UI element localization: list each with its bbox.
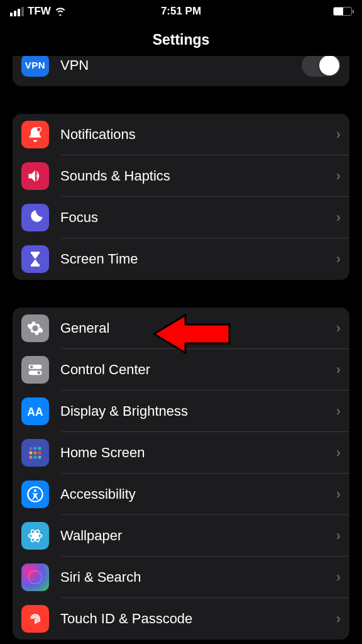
row-label: Control Center	[60, 362, 336, 378]
row-label: Screen Time	[60, 251, 336, 267]
wifi-icon	[55, 7, 66, 16]
row-label: Display & Brightness	[60, 403, 336, 419]
signal-icon	[10, 7, 24, 16]
control-center-icon	[21, 356, 49, 384]
row-accessibility[interactable]: Accessibility ›	[13, 474, 349, 515]
row-control-center[interactable]: Control Center ›	[13, 349, 349, 391]
accessibility-icon	[21, 480, 49, 508]
row-home-screen[interactable]: Home Screen ›	[13, 432, 349, 474]
chevron-right-icon: ›	[336, 126, 341, 143]
svg-point-21	[29, 571, 42, 584]
svg-rect-11	[38, 452, 41, 455]
status-right	[333, 7, 352, 16]
row-sounds[interactable]: Sounds & Haptics ›	[13, 155, 349, 197]
row-screen-time[interactable]: Screen Time ›	[13, 238, 349, 280]
row-wallpaper[interactable]: Wallpaper ›	[13, 515, 349, 557]
row-label: Notifications	[60, 126, 336, 143]
chevron-right-icon: ›	[336, 168, 341, 184]
svg-rect-6	[30, 447, 33, 450]
row-general[interactable]: General ›	[13, 308, 349, 349]
chevron-right-icon: ›	[336, 209, 341, 226]
svg-rect-9	[30, 452, 33, 455]
row-label-vpn: VPN	[60, 57, 302, 74]
clock: 7:51 PM	[161, 5, 201, 18]
svg-point-16	[34, 489, 36, 492]
vpn-icon: VPN	[21, 56, 49, 77]
row-label: Siri & Search	[60, 569, 336, 586]
svg-rect-14	[38, 456, 41, 459]
carrier-label: TFW	[28, 5, 51, 18]
row-label: Sounds & Haptics	[60, 168, 336, 184]
row-focus[interactable]: Focus ›	[13, 197, 349, 238]
svg-rect-10	[34, 452, 37, 455]
row-label: Focus	[60, 209, 336, 226]
row-display[interactable]: AA Display & Brightness ›	[13, 391, 349, 432]
battery-icon	[333, 7, 352, 16]
chevron-right-icon: ›	[336, 611, 341, 627]
settings-group-general: General › Control Center › AA Display & …	[13, 308, 349, 640]
row-label: Accessibility	[60, 486, 336, 502]
display-icon: AA	[21, 397, 49, 425]
sounds-icon	[21, 162, 49, 190]
svg-point-4	[38, 371, 41, 374]
touch-id-icon	[21, 605, 49, 633]
siri-icon	[21, 564, 49, 591]
row-label: General	[60, 320, 336, 336]
chevron-right-icon: ›	[336, 403, 341, 419]
row-vpn[interactable]: VPN VPN	[13, 56, 349, 86]
chevron-right-icon: ›	[336, 569, 341, 586]
chevron-right-icon: ›	[336, 362, 341, 378]
vpn-toggle[interactable]	[302, 56, 341, 77]
svg-rect-8	[38, 447, 41, 450]
screen-time-icon	[21, 245, 49, 273]
status-bar: TFW 7:51 PM	[0, 0, 362, 20]
chevron-right-icon: ›	[336, 486, 341, 502]
wallpaper-icon	[21, 522, 49, 550]
chevron-right-icon: ›	[336, 320, 341, 336]
svg-point-0	[36, 127, 41, 131]
row-notifications[interactable]: Notifications ›	[13, 114, 349, 155]
row-label: Wallpaper	[60, 528, 336, 544]
row-label: Home Screen	[60, 445, 336, 461]
svg-rect-13	[34, 456, 37, 459]
svg-rect-7	[34, 447, 37, 450]
chevron-right-icon: ›	[336, 445, 341, 461]
chevron-right-icon: ›	[336, 528, 341, 544]
status-left: TFW	[10, 5, 66, 18]
focus-icon	[21, 204, 49, 231]
svg-rect-12	[30, 456, 33, 459]
svg-text:AA: AA	[27, 406, 43, 418]
settings-group-vpn: VPN VPN	[13, 56, 349, 86]
chevron-right-icon: ›	[336, 251, 341, 267]
notifications-icon	[21, 121, 49, 148]
svg-point-3	[30, 365, 33, 369]
home-screen-icon	[21, 439, 49, 467]
general-icon	[21, 314, 49, 342]
row-touch-id[interactable]: Touch ID & Passcode ›	[13, 598, 349, 640]
row-siri[interactable]: Siri & Search ›	[13, 557, 349, 598]
row-label: Touch ID & Passcode	[60, 611, 336, 627]
settings-group-notifications: Notifications › Sounds & Haptics › Focus…	[13, 114, 349, 280]
